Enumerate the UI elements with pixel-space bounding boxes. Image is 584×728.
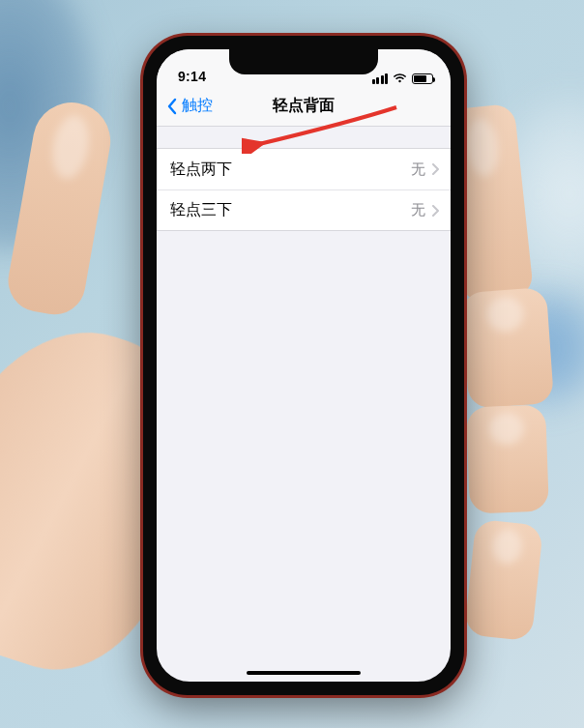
row-triple-tap[interactable]: 轻点三下 无 [157,189,451,230]
page-title: 轻点背面 [273,96,335,116]
notch [229,49,378,74]
row-value: 无 [411,160,425,179]
chevron-right-icon [431,163,439,175]
back-label: 触控 [182,96,213,116]
row-double-tap[interactable]: 轻点两下 无 [157,149,451,189]
cellular-icon [372,73,389,84]
wifi-icon [393,73,407,84]
navigation-bar: 触控 轻点背面 [157,86,451,127]
back-button[interactable]: 触控 [166,96,213,116]
chevron-right-icon [431,205,439,217]
iphone-frame: 9:14 触控 轻点背面 轻点两下 无 [143,36,464,695]
screen: 9:14 触控 轻点背面 轻点两下 无 [157,49,451,682]
row-value: 无 [411,201,425,219]
home-indicator[interactable] [247,671,361,675]
chevron-left-icon [166,98,178,115]
battery-icon [412,73,433,84]
status-time: 9:14 [178,69,206,84]
settings-list: 轻点两下 无 轻点三下 无 [157,148,451,231]
row-label: 轻点两下 [170,160,232,180]
row-label: 轻点三下 [170,200,232,220]
